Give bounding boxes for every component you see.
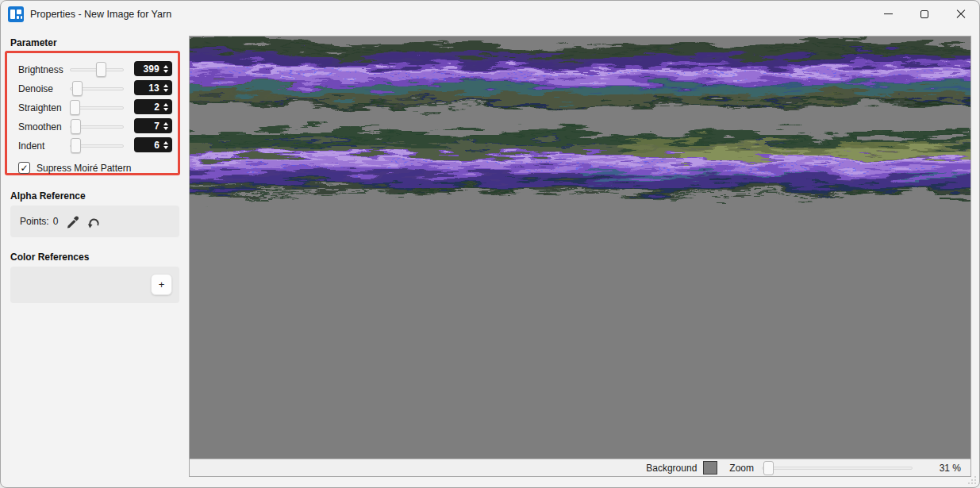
minimize-icon: [884, 13, 893, 14]
maximize-button[interactable]: [906, 1, 943, 27]
slider-thumb[interactable]: [71, 119, 81, 134]
spin-up-icon[interactable]: [163, 65, 168, 68]
smoothen-row: Smoothen 7: [7, 117, 178, 136]
smoothen-value: 7: [154, 121, 159, 132]
straighten-value: 2: [154, 102, 159, 113]
denoise-value-spinner[interactable]: 13: [134, 80, 172, 95]
annotation-rectangle: Brightness 399 Denoise 13: [5, 51, 180, 175]
close-button[interactable]: [943, 1, 979, 27]
denoise-value: 13: [148, 83, 159, 94]
parameter-header: Parameter: [10, 37, 57, 48]
add-color-reference-button[interactable]: +: [151, 274, 172, 295]
checkmark-icon: ✓: [20, 163, 28, 173]
window-controls: [870, 1, 979, 27]
brightness-value: 399: [143, 63, 159, 75]
smoothen-slider[interactable]: [70, 119, 124, 135]
indent-value: 6: [154, 140, 159, 151]
app-icon: [8, 6, 24, 22]
color-references-panel: +: [10, 267, 179, 303]
spin-up-icon[interactable]: [163, 103, 168, 106]
window-title: Properties - New Image for Yarn: [30, 9, 171, 20]
spin-down-icon[interactable]: [163, 89, 168, 92]
smoothen-value-spinner[interactable]: 7: [134, 118, 172, 133]
minimize-button[interactable]: [870, 1, 906, 27]
alpha-reference-header: Alpha Reference: [10, 190, 86, 202]
slider-thumb[interactable]: [72, 81, 83, 96]
spin-up-icon[interactable]: [163, 122, 168, 125]
brightness-row: Brightness 399: [7, 60, 178, 79]
straighten-value-spinner[interactable]: 2: [134, 99, 172, 114]
yarn-strand-2: [190, 134, 970, 197]
points-count: 0: [53, 216, 59, 227]
parameter-sidebar: Parameter Brightness 399 Denoise: [1, 27, 189, 487]
yarn-strand-1: [190, 47, 970, 106]
zoom-percentage: 31 %: [934, 463, 961, 474]
color-references-header: Color References: [10, 252, 89, 263]
spin-down-icon[interactable]: [163, 108, 168, 111]
yarn-image-canvas[interactable]: [190, 37, 970, 459]
spin-down-icon[interactable]: [163, 146, 168, 149]
zoom-slider[interactable]: [762, 460, 913, 476]
title-bar: Properties - New Image for Yarn: [1, 1, 979, 27]
slider-thumb[interactable]: [70, 100, 80, 115]
indent-row: Indent 6: [7, 136, 178, 156]
background-color-swatch[interactable]: [703, 461, 717, 475]
spin-up-icon[interactable]: [163, 84, 168, 87]
suppress-moire-checkbox[interactable]: ✓: [18, 162, 30, 174]
spin-down-icon[interactable]: [163, 70, 168, 73]
zoom-label: Zoom: [729, 463, 754, 474]
close-icon: [956, 10, 966, 19]
yarn-image: [190, 37, 970, 459]
suppress-moire-label: Supress Moiré Pattern: [37, 159, 131, 178]
properties-window: Properties - New Image for Yarn Paramete…: [0, 0, 980, 488]
resize-grip[interactable]: [967, 475, 977, 485]
zoom-slider-thumb[interactable]: [763, 461, 774, 475]
status-bar: Background Zoom 31 %: [190, 459, 970, 476]
denoise-label: Denoise: [18, 79, 53, 98]
suppress-moire-row: ✓ Supress Moiré Pattern: [7, 159, 178, 179]
undo-icon[interactable]: [87, 215, 101, 229]
indent-label: Indent: [18, 136, 44, 156]
brightness-slider[interactable]: [70, 62, 124, 78]
spin-up-icon[interactable]: [163, 141, 168, 144]
slider-thumb[interactable]: [71, 138, 81, 153]
indent-slider[interactable]: [70, 138, 124, 154]
smoothen-label: Smoothen: [18, 117, 62, 136]
alpha-reference-panel: Points: 0: [10, 206, 179, 237]
slider-thumb[interactable]: [96, 62, 106, 77]
zoom-slider-track: [762, 467, 913, 470]
straighten-row: Straighten 2: [7, 98, 178, 117]
straighten-slider[interactable]: [70, 100, 124, 116]
denoise-row: Denoise 13: [7, 79, 178, 98]
brightness-label: Brightness: [18, 60, 63, 79]
indent-value-spinner[interactable]: 6: [134, 137, 172, 152]
brightness-value-spinner[interactable]: 399: [134, 61, 172, 76]
spin-down-icon[interactable]: [163, 127, 168, 130]
eyedropper-icon[interactable]: [66, 215, 79, 229]
points-label: Points:: [20, 216, 49, 227]
straighten-label: Straighten: [18, 98, 62, 117]
image-preview-container: Background Zoom 31 %: [189, 36, 971, 477]
maximize-icon: [920, 10, 928, 18]
background-label: Background: [646, 463, 697, 474]
denoise-slider[interactable]: [70, 81, 124, 97]
